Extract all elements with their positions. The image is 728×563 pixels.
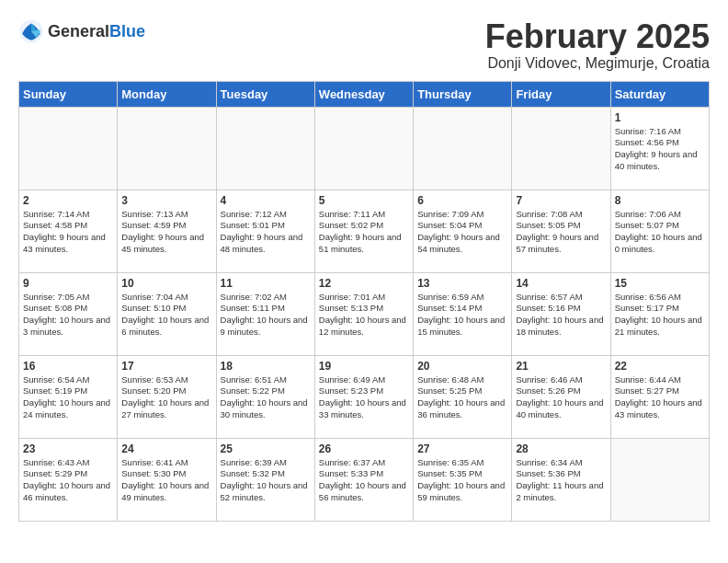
day-info: Sunrise: 6:48 AM Sunset: 5:25 PM Dayligh… [417,374,507,421]
day-info: Sunrise: 6:46 AM Sunset: 5:26 PM Dayligh… [516,374,606,421]
logo-icon [18,18,44,44]
day-number: 26 [319,442,409,455]
day-info: Sunrise: 7:08 AM Sunset: 5:05 PM Dayligh… [516,209,606,256]
day-info: Sunrise: 6:54 AM Sunset: 5:19 PM Dayligh… [23,374,113,421]
calendar-header-row: SundayMondayTuesdayWednesdayThursdayFrid… [19,81,710,107]
day-number: 14 [516,277,606,290]
calendar-day-cell: 12Sunrise: 7:01 AM Sunset: 5:13 PM Dayli… [314,272,413,355]
day-number: 10 [121,277,211,290]
calendar-week-row: 1Sunrise: 7:16 AM Sunset: 4:56 PM Daylig… [19,107,710,190]
calendar-week-row: 9Sunrise: 7:05 AM Sunset: 5:08 PM Daylig… [19,272,710,355]
calendar-day-cell: 3Sunrise: 7:13 AM Sunset: 4:59 PM Daylig… [118,190,216,272]
calendar-day-cell [118,107,216,190]
calendar: SundayMondayTuesdayWednesdayThursdayFrid… [18,81,710,522]
calendar-day-cell: 20Sunrise: 6:48 AM Sunset: 5:25 PM Dayli… [414,355,512,438]
header: GeneralBlue February 2025 Donji Vidovec,… [18,18,710,72]
weekday-header: Saturday [610,81,709,107]
calendar-week-row: 2Sunrise: 7:14 AM Sunset: 4:58 PM Daylig… [19,190,710,272]
calendar-day-cell: 22Sunrise: 6:44 AM Sunset: 5:27 PM Dayli… [610,355,709,438]
calendar-week-row: 16Sunrise: 6:54 AM Sunset: 5:19 PM Dayli… [19,355,710,438]
location-title: Donji Vidovec, Megimurje, Croatia [485,55,710,72]
day-info: Sunrise: 7:16 AM Sunset: 4:56 PM Dayligh… [615,126,705,173]
day-info: Sunrise: 6:57 AM Sunset: 5:16 PM Dayligh… [516,292,606,339]
day-number: 23 [23,442,113,455]
calendar-day-cell: 26Sunrise: 6:37 AM Sunset: 5:33 PM Dayli… [314,438,413,521]
day-info: Sunrise: 6:44 AM Sunset: 5:27 PM Dayligh… [615,374,705,421]
day-number: 2 [23,194,113,207]
calendar-day-cell [216,107,314,190]
calendar-day-cell: 14Sunrise: 6:57 AM Sunset: 5:16 PM Dayli… [512,272,610,355]
day-number: 25 [221,442,311,455]
day-number: 4 [221,194,311,207]
calendar-day-cell: 4Sunrise: 7:12 AM Sunset: 5:01 PM Daylig… [216,190,314,272]
day-number: 20 [417,360,507,373]
weekday-header: Sunday [19,81,118,107]
day-info: Sunrise: 7:04 AM Sunset: 5:10 PM Dayligh… [121,292,211,339]
calendar-day-cell: 16Sunrise: 6:54 AM Sunset: 5:19 PM Dayli… [19,355,118,438]
day-number: 18 [221,360,311,373]
logo-blue-text: Blue [109,22,145,40]
day-number: 27 [417,442,507,455]
day-info: Sunrise: 7:05 AM Sunset: 5:08 PM Dayligh… [23,292,113,339]
calendar-day-cell: 23Sunrise: 6:43 AM Sunset: 5:29 PM Dayli… [19,438,118,521]
day-number: 21 [516,360,606,373]
month-title: February 2025 [485,18,710,55]
day-info: Sunrise: 6:41 AM Sunset: 5:30 PM Dayligh… [121,457,211,504]
calendar-day-cell: 1Sunrise: 7:16 AM Sunset: 4:56 PM Daylig… [610,107,709,190]
day-number: 24 [121,442,211,455]
logo: GeneralBlue [18,18,145,44]
day-number: 13 [417,277,507,290]
day-number: 3 [121,194,211,207]
day-info: Sunrise: 6:59 AM Sunset: 5:14 PM Dayligh… [417,292,507,339]
calendar-day-cell [414,107,512,190]
day-number: 6 [417,194,507,207]
day-info: Sunrise: 7:01 AM Sunset: 5:13 PM Dayligh… [319,292,409,339]
calendar-day-cell: 8Sunrise: 7:06 AM Sunset: 5:07 PM Daylig… [610,190,709,272]
logo-general-text: General [48,22,109,40]
day-info: Sunrise: 7:06 AM Sunset: 5:07 PM Dayligh… [615,209,705,256]
calendar-day-cell: 24Sunrise: 6:41 AM Sunset: 5:30 PM Dayli… [118,438,216,521]
day-info: Sunrise: 6:35 AM Sunset: 5:35 PM Dayligh… [417,457,507,504]
day-info: Sunrise: 7:13 AM Sunset: 4:59 PM Dayligh… [121,209,211,256]
day-number: 12 [319,277,409,290]
day-number: 17 [121,360,211,373]
calendar-day-cell: 10Sunrise: 7:04 AM Sunset: 5:10 PM Dayli… [118,272,216,355]
day-number: 8 [615,194,705,207]
day-number: 16 [23,360,113,373]
calendar-day-cell: 15Sunrise: 6:56 AM Sunset: 5:17 PM Dayli… [610,272,709,355]
calendar-day-cell: 18Sunrise: 6:51 AM Sunset: 5:22 PM Dayli… [216,355,314,438]
day-info: Sunrise: 6:34 AM Sunset: 5:36 PM Dayligh… [516,457,606,504]
calendar-day-cell: 19Sunrise: 6:49 AM Sunset: 5:23 PM Dayli… [314,355,413,438]
weekday-header: Friday [512,81,610,107]
day-info: Sunrise: 6:39 AM Sunset: 5:32 PM Dayligh… [221,457,311,504]
title-area: February 2025 Donji Vidovec, Megimurje, … [485,18,710,72]
calendar-day-cell: 2Sunrise: 7:14 AM Sunset: 4:58 PM Daylig… [19,190,118,272]
calendar-day-cell: 6Sunrise: 7:09 AM Sunset: 5:04 PM Daylig… [414,190,512,272]
day-info: Sunrise: 7:09 AM Sunset: 5:04 PM Dayligh… [417,209,507,256]
calendar-day-cell: 17Sunrise: 6:53 AM Sunset: 5:20 PM Dayli… [118,355,216,438]
calendar-day-cell: 28Sunrise: 6:34 AM Sunset: 5:36 PM Dayli… [512,438,610,521]
day-info: Sunrise: 7:12 AM Sunset: 5:01 PM Dayligh… [221,209,311,256]
day-info: Sunrise: 7:14 AM Sunset: 4:58 PM Dayligh… [23,209,113,256]
day-info: Sunrise: 6:56 AM Sunset: 5:17 PM Dayligh… [615,292,705,339]
calendar-week-row: 23Sunrise: 6:43 AM Sunset: 5:29 PM Dayli… [19,438,710,521]
day-number: 1 [615,111,705,124]
calendar-day-cell: 25Sunrise: 6:39 AM Sunset: 5:32 PM Dayli… [216,438,314,521]
calendar-day-cell [19,107,118,190]
calendar-day-cell [314,107,413,190]
day-info: Sunrise: 6:49 AM Sunset: 5:23 PM Dayligh… [319,374,409,421]
day-number: 9 [23,277,113,290]
day-info: Sunrise: 6:51 AM Sunset: 5:22 PM Dayligh… [221,374,311,421]
weekday-header: Monday [118,81,216,107]
calendar-day-cell: 9Sunrise: 7:05 AM Sunset: 5:08 PM Daylig… [19,272,118,355]
calendar-day-cell: 21Sunrise: 6:46 AM Sunset: 5:26 PM Dayli… [512,355,610,438]
calendar-day-cell: 7Sunrise: 7:08 AM Sunset: 5:05 PM Daylig… [512,190,610,272]
calendar-day-cell: 11Sunrise: 7:02 AM Sunset: 5:11 PM Dayli… [216,272,314,355]
day-info: Sunrise: 6:37 AM Sunset: 5:33 PM Dayligh… [319,457,409,504]
calendar-day-cell: 5Sunrise: 7:11 AM Sunset: 5:02 PM Daylig… [314,190,413,272]
calendar-day-cell [610,438,709,521]
weekday-header: Wednesday [314,81,413,107]
day-info: Sunrise: 6:43 AM Sunset: 5:29 PM Dayligh… [23,457,113,504]
calendar-day-cell [512,107,610,190]
calendar-day-cell: 13Sunrise: 6:59 AM Sunset: 5:14 PM Dayli… [414,272,512,355]
